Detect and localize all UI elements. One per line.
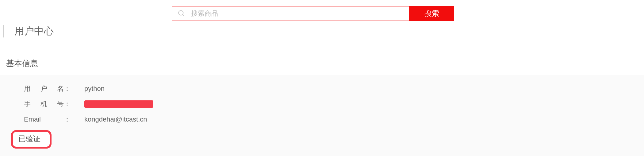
search-box[interactable] — [172, 6, 409, 21]
phone-redacted — [84, 100, 153, 108]
verified-badge: 已验证 — [11, 130, 52, 149]
info-row-email: Email ： kongdehai@itcast.cn — [0, 115, 644, 124]
colon: ： — [64, 99, 71, 109]
email-value: kongdehai@itcast.cn — [84, 115, 147, 123]
search-icon — [178, 10, 186, 17]
search-input[interactable] — [191, 10, 404, 17]
phone-label: 手机号 — [24, 99, 64, 109]
svg-line-1 — [182, 14, 184, 16]
colon: ： — [64, 115, 71, 124]
info-row-username: 用户名 ： python — [0, 84, 644, 93]
page-title-wrap: 用户中心 — [3, 25, 54, 38]
search-bar: 搜索 — [172, 6, 454, 21]
info-row-phone: 手机号 ： — [0, 99, 644, 109]
colon: ： — [64, 84, 71, 93]
svg-point-0 — [178, 10, 183, 15]
username-value: python — [84, 85, 105, 93]
basic-info-panel: 用户名 ： python 手机号 ： Email ： kongdehai@itc… — [0, 75, 644, 156]
divider — [3, 25, 4, 37]
section-title: 基本信息 — [6, 58, 644, 69]
page-title: 用户中心 — [14, 25, 54, 38]
search-button[interactable]: 搜索 — [409, 6, 454, 21]
email-label: Email — [24, 115, 64, 123]
username-label: 用户名 — [24, 84, 64, 93]
